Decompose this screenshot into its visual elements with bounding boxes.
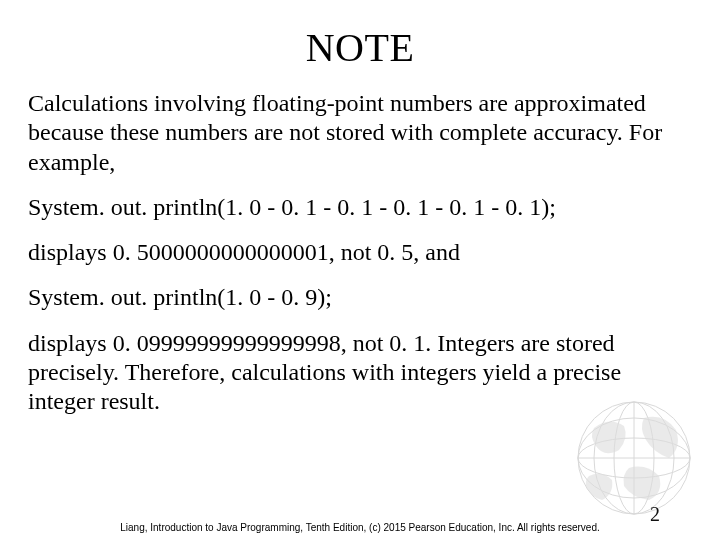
footer-text: Liang, Introduction to Java Programming,…: [0, 522, 720, 535]
globe-icon: [574, 398, 694, 518]
slide: NOTE Calculations involving floating-poi…: [0, 0, 720, 540]
footer: Liang, Introduction to Java Programming,…: [0, 522, 720, 535]
code-line-2: System. out. println(1. 0 - 0. 9);: [28, 283, 692, 312]
page-number: 2: [650, 503, 660, 526]
code-line-1: System. out. println(1. 0 - 0. 1 - 0. 1 …: [28, 193, 692, 222]
result-line-1: displays 0. 5000000000000001, not 0. 5, …: [28, 238, 692, 267]
paragraph-intro: Calculations involving floating-point nu…: [28, 89, 692, 177]
slide-title: NOTE: [28, 24, 692, 71]
